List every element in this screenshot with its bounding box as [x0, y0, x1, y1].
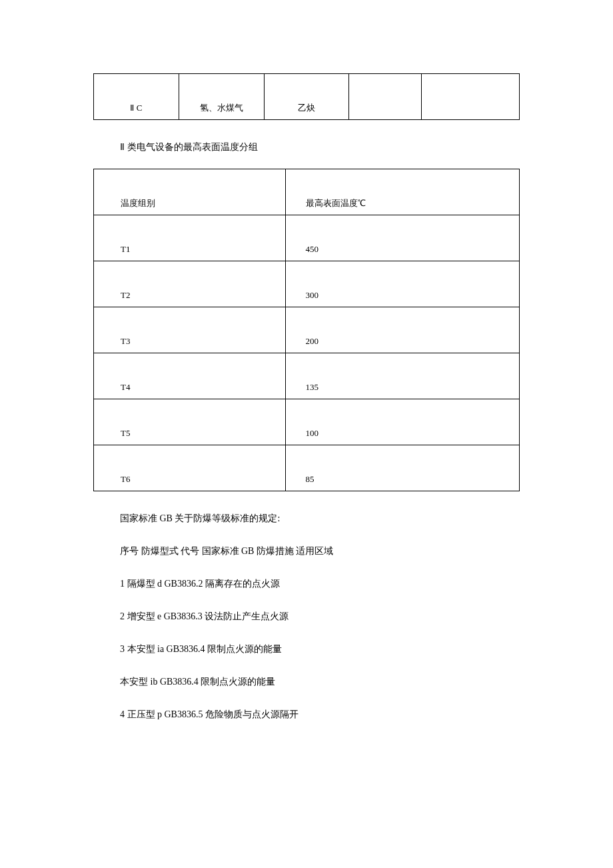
cell-group: T3: [94, 307, 286, 353]
table-row: T1 450: [94, 215, 520, 261]
cell-temp: 100: [285, 399, 519, 445]
category-table: Ⅱ C 氢、水煤气 乙炔: [93, 73, 520, 120]
cell-group: T4: [94, 353, 286, 399]
table-row: T3 200: [94, 307, 520, 353]
paragraph: 1 隔爆型 d GB3836.2 隔离存在的点火源: [120, 577, 520, 591]
header-max-temp: 最高表面温度℃: [285, 169, 519, 215]
paragraph: 国家标准 GB 关于防爆等级标准的规定:: [120, 511, 520, 525]
cell-group: T1: [94, 215, 286, 261]
cell-group: T2: [94, 261, 286, 307]
cell-temp: 85: [285, 445, 519, 491]
table-row: Ⅱ C 氢、水煤气 乙炔: [94, 74, 520, 120]
cell-empty2: [422, 74, 520, 120]
cell-temp: 135: [285, 353, 519, 399]
header-temp-group: 温度组别: [94, 169, 286, 215]
cell-temp: 200: [285, 307, 519, 353]
temperature-table-caption: Ⅱ 类电气设备的最高表面温度分组: [120, 140, 520, 154]
table-row: T5 100: [94, 399, 520, 445]
cell-group: T6: [94, 445, 286, 491]
cell-temp: 300: [285, 261, 519, 307]
paragraph: 2 增安型 e GB3836.3 设法防止产生点火源: [120, 609, 520, 623]
cell-temp: 450: [285, 215, 519, 261]
cell-category: Ⅱ C: [94, 74, 179, 120]
cell-gas1: 氢、水煤气: [179, 74, 264, 120]
standards-text: 国家标准 GB 关于防爆等级标准的规定: 序号 防爆型式 代号 国家标准 GB …: [120, 511, 520, 721]
cell-group: T5: [94, 399, 286, 445]
cell-gas2: 乙炔: [264, 74, 349, 120]
paragraph: 序号 防爆型式 代号 国家标准 GB 防爆措施 适用区域: [120, 544, 520, 558]
paragraph: 3 本安型 ia GB3836.4 限制点火源的能量: [120, 642, 520, 656]
temperature-table: 温度组别 最高表面温度℃ T1 450 T2 300 T3 200 T4 135…: [93, 169, 520, 491]
cell-empty1: [349, 74, 422, 120]
table-row: T2 300: [94, 261, 520, 307]
table-row: T6 85: [94, 445, 520, 491]
paragraph: 本安型 ib GB3836.4 限制点火源的能量: [120, 675, 520, 689]
paragraph: 4 正压型 p GB3836.5 危险物质与点火源隔开: [120, 707, 520, 721]
table-header-row: 温度组别 最高表面温度℃: [94, 169, 520, 215]
table-row: T4 135: [94, 353, 520, 399]
